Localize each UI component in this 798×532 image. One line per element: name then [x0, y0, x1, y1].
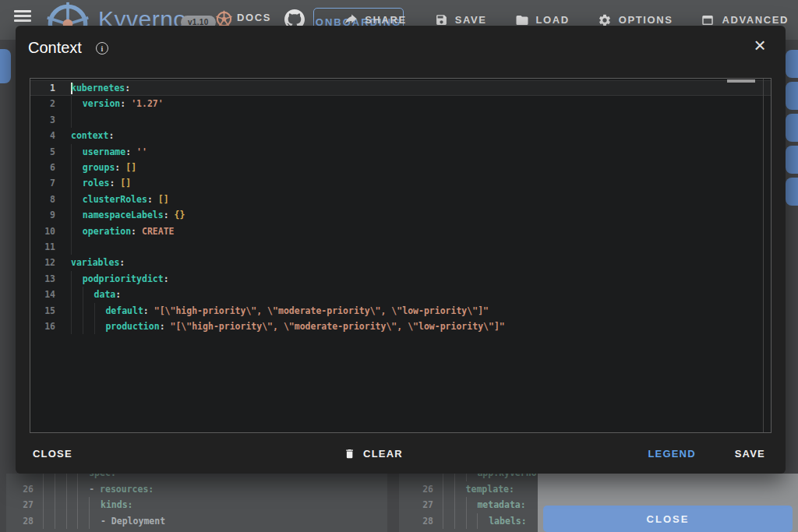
editor-line[interactable]: 2version: '1.27' — [30, 96, 771, 111]
indent-guide — [55, 481, 66, 498]
line-number — [6, 474, 43, 481]
load-label: LOAD — [536, 14, 570, 26]
window-icon — [701, 13, 715, 27]
code-token: [] — [158, 194, 169, 205]
code-token: : — [115, 289, 121, 300]
code-token: [] — [125, 162, 136, 173]
dialog-close-button[interactable]: CLOSE — [26, 443, 79, 464]
code-token: Deployment — [111, 516, 165, 527]
indent-guide — [454, 497, 466, 513]
options-button[interactable]: OPTIONS — [598, 13, 673, 27]
kyverno-playground-app: Kyverno v1.10 DOCS ONBOARDING SHARE — [0, 0, 798, 532]
code-token: app.kyverno — [477, 474, 536, 478]
dialog-title: Context — [28, 39, 82, 57]
advanced-label: ADVANCED — [722, 14, 789, 26]
save-label: SAVE — [455, 14, 487, 26]
save-button[interactable]: SAVE — [435, 13, 487, 26]
editor-line[interactable]: 27metadata: — [399, 497, 538, 513]
background-right-edge-button[interactable] — [786, 114, 798, 142]
code-token: version — [83, 98, 120, 109]
indent-guide — [454, 481, 466, 498]
indent-guide — [71, 303, 83, 319]
line-number: 12 — [30, 255, 71, 270]
editor-line[interactable]: 26- resources: — [6, 481, 387, 498]
indent-guide — [71, 319, 83, 334]
indent-guide — [94, 319, 106, 334]
code-token: namespaceLabels — [83, 210, 164, 220]
line-code: kubernetes: — [71, 80, 771, 96]
background-resource-editor: app.kyverno26template:27metadata:28label… — [399, 474, 538, 532]
code-token: username — [83, 146, 125, 157]
editor-line[interactable]: 5username: '' — [30, 144, 771, 160]
editor-line[interactable]: 13podprioritydict: — [30, 271, 771, 287]
editor-line[interactable]: app.kyverno — [399, 474, 538, 481]
share-button[interactable]: SHARE — [344, 13, 407, 26]
indent-guide — [71, 144, 83, 160]
line-number: 28 — [6, 513, 43, 530]
editor-line[interactable]: 28- Deployment — [6, 513, 387, 530]
code-token: groups — [83, 162, 115, 173]
editor-line[interactable]: 9namespaceLabels: {} — [30, 207, 771, 223]
editor-line[interactable]: 7roles: [] — [30, 175, 771, 191]
background-close-button[interactable]: CLOSE — [543, 506, 793, 532]
editor-line[interactable]: 27kinds: — [6, 497, 387, 513]
code-token: {} — [175, 210, 185, 220]
editor-line[interactable]: 8clusterRoles: [] — [30, 192, 771, 207]
editor-line[interactable]: 4context: — [30, 128, 771, 143]
code-token: context — [71, 130, 108, 141]
gear-icon — [598, 13, 612, 27]
code-token: - — [89, 484, 100, 495]
load-button[interactable]: LOAD — [515, 13, 570, 27]
editor-line[interactable]: 11 — [30, 239, 771, 255]
info-icon[interactable]: i — [96, 42, 108, 55]
indent-guide — [94, 303, 106, 319]
editor-line[interactable]: 15default: "[\"high-priority\", \"modera… — [30, 303, 771, 319]
editor-line[interactable]: spec: — [6, 474, 387, 481]
background-right-edge-button[interactable] — [786, 178, 798, 206]
background-right-edge-button[interactable] — [786, 50, 798, 78]
code-token: : — [164, 273, 169, 284]
close-icon[interactable]: × — [748, 33, 772, 57]
code-token: '1.27' — [131, 98, 164, 109]
share-label: SHARE — [365, 14, 407, 26]
indent-guide — [77, 513, 89, 530]
editor-line[interactable]: 12variables: — [30, 255, 771, 270]
editor-line[interactable]: 28labels: — [399, 513, 538, 530]
context-yaml-editor[interactable]: 1kubernetes:2version: '1.27'34context:5u… — [30, 78, 772, 433]
advanced-button[interactable]: ADVANCED — [701, 13, 789, 27]
dialog-clear-button[interactable]: CLEAR — [344, 448, 403, 460]
editor-line[interactable]: 1kubernetes: — [30, 80, 771, 96]
line-code: username: '' — [71, 144, 771, 160]
editor-line[interactable]: 16production: "[\"high-priority\", \"mod… — [30, 319, 771, 334]
options-label: OPTIONS — [619, 14, 673, 26]
editor-line[interactable]: 10operation: CREATE — [30, 224, 771, 239]
editor-line[interactable]: 26template: — [399, 481, 538, 498]
editor-scrollbar-thumb[interactable] — [727, 79, 755, 83]
line-code: default: "[\"high-priority\", \"moderate… — [71, 303, 771, 319]
dialog-legend-button[interactable]: LEGEND — [641, 443, 701, 464]
code-token: - — [101, 516, 111, 527]
menu-icon[interactable] — [14, 10, 31, 23]
indent-guide — [466, 474, 478, 481]
editor-line[interactable]: 14data: — [30, 287, 771, 302]
line-code: labels: — [443, 513, 538, 530]
line-code: template: — [443, 481, 538, 498]
indent-guide — [77, 481, 89, 498]
indent-guide — [77, 474, 89, 481]
code-token: template: — [466, 484, 514, 495]
background-right-edge-button[interactable] — [786, 146, 798, 174]
indent-guide — [443, 474, 454, 481]
background-right-edge-button[interactable] — [786, 82, 798, 110]
background-close-label: CLOSE — [647, 513, 690, 525]
code-token: : — [108, 130, 114, 141]
code-token: : — [131, 226, 142, 237]
code-token: "[\"high-priority\", \"moderate-priority… — [171, 321, 505, 332]
background-left-edge-button[interactable] — [0, 49, 11, 83]
docs-button[interactable]: DOCS — [237, 12, 271, 23]
dialog-save-button[interactable]: SAVE — [729, 443, 772, 464]
editor-line[interactable]: 3 — [30, 112, 771, 128]
line-number: 4 — [30, 128, 71, 143]
indent-guide — [89, 513, 101, 530]
indent-guide — [83, 303, 94, 319]
editor-line[interactable]: 6groups: [] — [30, 160, 771, 175]
